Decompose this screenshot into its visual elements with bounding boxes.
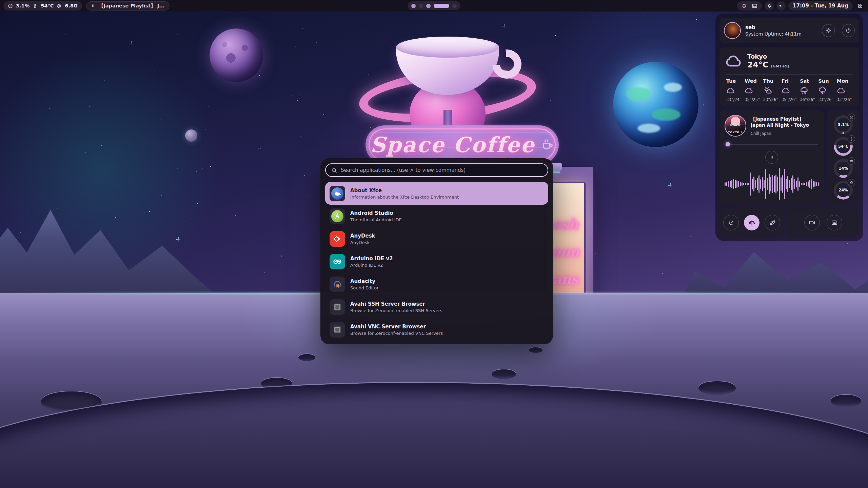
moon-crater — [529, 347, 542, 353]
screen-record-button[interactable] — [804, 215, 820, 230]
visualizer-bar — [782, 175, 783, 193]
app-grid-button[interactable] — [855, 1, 865, 11]
divider — [726, 74, 853, 75]
app-list-item[interactable]: AnyDeskAnyDesk — [325, 227, 548, 250]
volume-button[interactable] — [776, 1, 786, 11]
visualizer-bar — [750, 172, 751, 196]
visualizer-bar — [747, 183, 748, 185]
power-profile-balanced-button[interactable] — [744, 215, 760, 230]
memory-icon — [57, 3, 62, 8]
search-input[interactable] — [341, 167, 542, 173]
rain-icon — [800, 86, 809, 95]
visualizer-bar — [774, 176, 775, 192]
workspace-dot-1[interactable] — [411, 4, 416, 8]
videocam-icon — [809, 219, 815, 226]
app-name: Avahi SSH Server Browser — [350, 301, 442, 307]
app-description: AnyDesk — [350, 240, 375, 245]
play-pause-button[interactable] — [765, 151, 778, 164]
screenshot-button[interactable] — [827, 215, 842, 230]
search-icon — [331, 167, 337, 173]
forecast-day-wed: Wed35°/25° — [743, 78, 762, 102]
app-list-item[interactable]: Avahi VNC Server BrowserBrowse for Zeroc… — [325, 318, 548, 341]
app-list-item[interactable]: AudacitySound Editor — [325, 273, 548, 296]
workspace-dot-5[interactable] — [452, 4, 457, 8]
seek-slider[interactable] — [725, 142, 819, 146]
forecast-temps: 33°/26° — [763, 97, 778, 102]
visualizer-bar — [748, 183, 749, 185]
app-grid-icon — [857, 3, 863, 8]
gear-icon — [825, 27, 831, 34]
app-list: About XfceInformation about the Xfce Des… — [325, 182, 548, 341]
gauge-cpu: 3.1% — [834, 115, 853, 134]
visualizer-bar — [818, 182, 819, 186]
visualizer-bar — [816, 182, 817, 186]
scales-icon — [748, 219, 755, 226]
visualizer-bar — [791, 178, 792, 190]
audacity-icon — [330, 277, 345, 292]
weather-temperature: 24°C — [747, 60, 768, 69]
weather-forecast: Tue33°/24°Wed35°/25°Thu33°/26°Fri35°/26°… — [725, 78, 854, 102]
avatar[interactable] — [724, 22, 741, 39]
cpu-usage-value: 3.1% — [16, 3, 29, 8]
app-list-item[interactable]: Avahi SSH Server BrowserBrowse for Zeroc… — [325, 296, 548, 318]
power-profile-performance-button[interactable] — [723, 215, 739, 230]
notifications-button[interactable] — [765, 1, 774, 11]
network-icon — [330, 299, 345, 315]
visualizer-bar — [813, 181, 814, 187]
workspace-dot-4[interactable] — [434, 4, 449, 8]
capture-tools-card — [787, 208, 859, 237]
workspace-dot-3[interactable] — [426, 4, 431, 8]
visualizer-bar — [757, 178, 758, 190]
track-title: 【Japanese Playlist】 Japan All Night - To… — [751, 116, 819, 129]
app-description: Arduino IDE v2 — [350, 263, 393, 268]
visualizer-bar — [764, 180, 765, 188]
visualizer-bar — [797, 177, 798, 191]
cloud-icon — [726, 86, 735, 95]
window-neon-text: ans — [552, 271, 579, 287]
power-button[interactable] — [842, 24, 855, 37]
thermometer-icon — [848, 135, 855, 143]
forecast-day-fri: Fri35°/26° — [780, 78, 798, 102]
weather-cloud-icon — [725, 52, 743, 70]
forecast-temps: 35°/26° — [782, 97, 797, 102]
cloud-icon — [837, 86, 846, 95]
settings-button[interactable] — [822, 24, 835, 37]
forecast-day-label: Mon — [837, 78, 849, 84]
android-studio-icon — [330, 208, 345, 224]
workspace-switcher[interactable] — [408, 1, 460, 10]
app-list-item[interactable]: About XfceInformation about the Xfce Des… — [325, 182, 548, 205]
clock[interactable]: 17:09 - Tue, 19 Aug — [788, 1, 853, 11]
visualizer-bar — [786, 179, 787, 189]
visualizer-bar — [792, 175, 793, 193]
search-bar[interactable] — [325, 163, 548, 177]
pet-icon[interactable] — [741, 3, 747, 9]
clock-label: 17:09 - Tue, 19 Aug — [793, 3, 848, 9]
seek-thumb[interactable] — [726, 142, 730, 146]
visualizer-bar — [738, 181, 739, 187]
visualizer-bar — [787, 176, 788, 192]
visualizer-bar — [803, 183, 804, 185]
top-panel: 3.1% 54°C 6.8G 【Japanese Playlist】 J... … — [0, 0, 868, 12]
system-gauges-card: 3.1%54°C14%24% — [827, 110, 859, 205]
app-list-item[interactable]: Arduino IDE v2Arduino IDE v2 — [325, 250, 548, 273]
speedometer-icon — [848, 114, 855, 121]
disk-icon — [848, 179, 855, 186]
visualizer-bar — [767, 178, 768, 190]
system-stats-pill[interactable]: 3.1% 54°C 6.8G — [3, 1, 82, 11]
power-profile-power-saver-button[interactable] — [765, 215, 780, 230]
album-art[interactable]: TOKYO L — [725, 115, 746, 137]
gauge-ram: 14% — [834, 159, 853, 178]
visualizer-bar — [808, 181, 809, 187]
pause-icon — [769, 155, 774, 160]
workspace-dot-2[interactable] — [419, 4, 423, 8]
now-playing-pill[interactable]: 【Japanese Playlist】 J... — [86, 1, 170, 11]
visualizer-bar — [775, 175, 776, 194]
forecast-day-thu: Thu33°/26° — [762, 78, 780, 102]
visualizer-bar — [784, 169, 785, 199]
system-tray: 17:09 - Tue, 19 Aug — [737, 1, 865, 11]
wallpaper-icon[interactable] — [752, 3, 757, 9]
speaker-icon — [778, 3, 784, 8]
app-list-item[interactable]: Android StudioThe official Android IDE — [325, 205, 548, 227]
track-artist: Chill Japan. — [751, 131, 819, 136]
moon-crater — [298, 354, 315, 361]
